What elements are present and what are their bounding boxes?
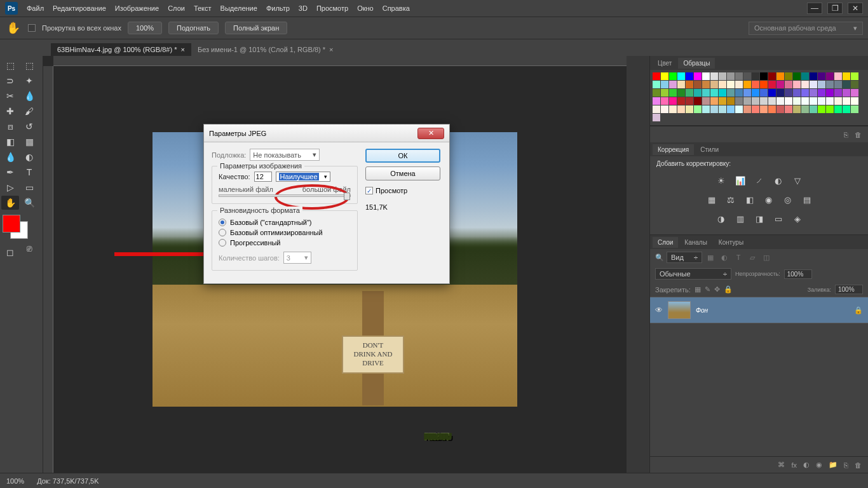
eraser-tool[interactable]: ◧	[1, 135, 19, 149]
swatch[interactable]	[694, 89, 702, 97]
swatch[interactable]	[785, 89, 792, 97]
scroll-all-checkbox[interactable]	[28, 24, 36, 32]
swatch[interactable]	[669, 97, 677, 105]
swatch[interactable]	[810, 97, 817, 105]
swatch[interactable]	[653, 89, 660, 97]
swatch[interactable]	[669, 105, 677, 113]
opacity-value[interactable]: 100%	[784, 269, 812, 279]
swatch[interactable]	[727, 89, 735, 97]
fill-layer-icon[interactable]: ◉	[816, 461, 822, 469]
swatch[interactable]	[719, 81, 726, 88]
quality-slider[interactable]	[219, 194, 351, 197]
swatch[interactable]	[710, 89, 718, 97]
swatch[interactable]	[702, 97, 710, 105]
tab-close-icon[interactable]: ×	[180, 46, 184, 53]
swatch[interactable]	[653, 114, 660, 121]
layer-thumbnail[interactable]	[668, 301, 691, 319]
menu-Редактирование[interactable]: Редактирование	[53, 4, 106, 12]
menu-Фильтр[interactable]: Фильтр	[266, 4, 290, 12]
exposure-icon[interactable]: ◐	[772, 175, 785, 186]
swatch[interactable]	[851, 89, 858, 97]
swatch[interactable]	[818, 89, 825, 97]
swatch[interactable]	[752, 81, 759, 88]
swatch[interactable]	[661, 97, 668, 105]
swatch[interactable]	[727, 97, 735, 105]
filter-kind-combo[interactable]: Вид÷	[667, 252, 702, 263]
dialog-titlebar[interactable]: Параметры JPEG ✕	[204, 125, 449, 142]
eyedropper-tool[interactable]: 💧	[20, 89, 38, 103]
hand-tool[interactable]: ✋	[1, 196, 19, 210]
swatch[interactable]	[785, 97, 792, 105]
brush-tool[interactable]: 🖌	[20, 104, 38, 118]
menu-Справка[interactable]: Справка	[383, 4, 410, 12]
hue-icon[interactable]: ▦	[705, 194, 718, 205]
menu-Просмотр[interactable]: Просмотр	[316, 4, 348, 12]
swatch[interactable]	[719, 105, 726, 113]
swatch[interactable]	[686, 72, 693, 80]
swatch-grid[interactable]	[650, 70, 868, 124]
swatch[interactable]	[702, 72, 710, 80]
swatch[interactable]	[793, 89, 801, 97]
swatch[interactable]	[719, 72, 726, 80]
swatch[interactable]	[702, 81, 710, 88]
swatch[interactable]	[768, 72, 776, 80]
swatch[interactable]	[818, 105, 825, 113]
swatch[interactable]	[776, 81, 784, 88]
preview-checkbox[interactable]: ✓	[365, 187, 373, 194]
shape-tool[interactable]: ▭	[20, 180, 38, 194]
filter-icon[interactable]: 🔍	[655, 254, 664, 262]
selective-icon[interactable]: ◈	[791, 213, 804, 224]
swatch[interactable]	[653, 81, 660, 88]
visibility-icon[interactable]: 👁	[655, 306, 663, 315]
document-tab[interactable]: 63BHimNav-4.jpg @ 100% (RGB/8#) *×	[51, 43, 191, 56]
group-icon[interactable]: 📁	[829, 461, 837, 469]
gradient-map-icon[interactable]: ▭	[772, 213, 785, 224]
levels-icon[interactable]: 📊	[734, 175, 747, 186]
baseline-opt-radio[interactable]: Базовый оптимизированный	[219, 229, 351, 236]
fit-button[interactable]: Подогнать	[168, 22, 219, 34]
filter-pixel-icon[interactable]: ▦	[705, 252, 716, 262]
path-select-tool[interactable]: ▷	[1, 180, 19, 194]
swatch[interactable]	[851, 81, 858, 88]
swatch[interactable]	[735, 89, 743, 97]
swatch[interactable]	[793, 105, 801, 113]
balance-icon[interactable]: ⚖	[724, 194, 737, 205]
menu-Текст[interactable]: Текст	[194, 4, 212, 12]
swatch[interactable]	[843, 89, 850, 97]
swatch[interactable]	[752, 72, 759, 80]
lock-brush-icon[interactable]: ✎	[705, 285, 710, 294]
cancel-button[interactable]: Отмена	[365, 166, 440, 180]
swatch[interactable]	[710, 105, 718, 113]
swatch[interactable]	[851, 105, 858, 113]
swatch[interactable]	[826, 97, 834, 105]
filter-smart-icon[interactable]: ◫	[761, 252, 772, 262]
workspace-selector[interactable]: Основная рабочая среда▾	[749, 22, 863, 35]
swatch[interactable]	[743, 72, 751, 80]
crop-tool[interactable]: ✂	[1, 89, 19, 103]
swatch[interactable]	[661, 105, 668, 113]
swatches-tab[interactable]: Образцы	[678, 58, 715, 69]
swatch[interactable]	[810, 81, 817, 88]
swatch[interactable]	[776, 72, 784, 80]
swatch[interactable]	[768, 89, 776, 97]
quickmask-toggle[interactable]: ◻	[1, 245, 19, 259]
maximize-button[interactable]: ❐	[827, 3, 843, 14]
zoom-100-button[interactable]: 100%	[128, 22, 162, 34]
history-brush-tool[interactable]: ↺	[20, 119, 38, 133]
zoom-tool[interactable]: 🔍	[20, 196, 38, 210]
quality-preset-combo[interactable]: Наилучшее▾	[276, 172, 330, 182]
swatch[interactable]	[677, 97, 685, 105]
swatch[interactable]	[752, 105, 759, 113]
type-tool[interactable]: T	[20, 165, 38, 179]
threshold-icon[interactable]: ◨	[753, 213, 766, 224]
swatch[interactable]	[677, 72, 685, 80]
swatch[interactable]	[760, 72, 768, 80]
swatch[interactable]	[752, 89, 759, 97]
collapsed-panel-dock[interactable]	[627, 56, 649, 473]
swatch[interactable]	[801, 105, 809, 113]
swatch[interactable]	[810, 105, 817, 113]
swatch[interactable]	[793, 81, 801, 88]
swatch[interactable]	[768, 81, 776, 88]
swatch[interactable]	[768, 97, 776, 105]
swatch[interactable]	[785, 105, 792, 113]
